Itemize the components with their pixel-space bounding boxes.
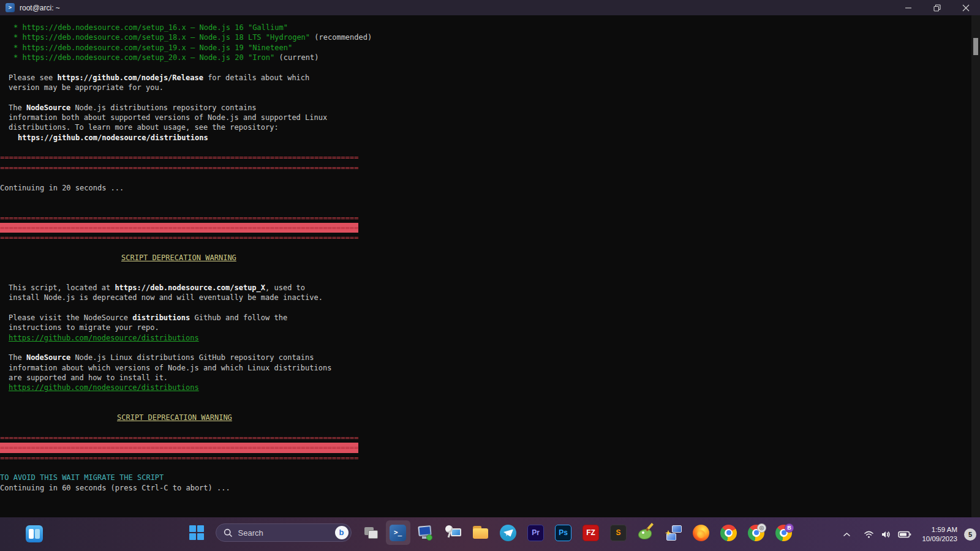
clock-date: 10/09/2023 xyxy=(922,534,957,544)
battery-icon[interactable] xyxy=(898,531,911,538)
terminal-window[interactable]: * https://deb.nodesource.com/setup_16.x … xyxy=(0,15,980,517)
terminal-line: install Node.js is deprecated now and wi… xyxy=(0,293,323,302)
wifi-icon[interactable] xyxy=(864,530,874,539)
desktop: > root@arci: ~ * https://deb.nodesource.… xyxy=(0,0,980,551)
powershell-icon: >_ xyxy=(390,525,406,541)
photoshop-button[interactable]: Ps xyxy=(551,520,576,545)
windows-start-icon xyxy=(189,525,204,540)
window-title: root@arci: ~ xyxy=(20,4,60,12)
search-input[interactable]: Search b xyxy=(216,523,352,542)
terminal-line xyxy=(0,243,1,253)
terminal-line: Continuing in 20 seconds ... xyxy=(0,183,124,193)
remote-desktop-icon xyxy=(665,525,682,541)
volume-icon[interactable] xyxy=(881,530,891,539)
file-explorer-button[interactable] xyxy=(469,520,493,545)
terminal-line: https://github.com/nodesource/distributi… xyxy=(0,133,208,143)
terminal-line xyxy=(0,193,1,203)
terminal-line xyxy=(0,173,1,182)
bing-icon[interactable]: b xyxy=(335,526,349,539)
terminal-line: information about which versions of Node… xyxy=(0,363,331,373)
remote-desktop-button[interactable] xyxy=(662,520,686,545)
terminal-line: ========================================… xyxy=(0,163,358,173)
close-button[interactable] xyxy=(951,0,980,15)
terminal-line: version may be appropriate for you. xyxy=(0,83,164,92)
powershell-window-icon: > xyxy=(6,3,15,12)
notepad-plus-plus-button[interactable] xyxy=(634,520,658,545)
terminal-line xyxy=(0,403,1,413)
search-placeholder: Search xyxy=(238,528,263,538)
terminal-line: are supported and how to install it. xyxy=(0,373,168,383)
terminal-line xyxy=(0,203,1,212)
terminal-link[interactable]: https://github.com/nodesource/distributi… xyxy=(9,334,199,342)
terminal-line xyxy=(0,463,1,473)
terminal-line: SCRIPT DEPRECATION WARNING xyxy=(0,253,236,263)
terminal-line xyxy=(0,92,1,102)
telegram-button[interactable] xyxy=(496,520,521,545)
premiere-icon: Pr xyxy=(527,525,544,541)
terminal-line: The NodeSource Node.js Linux distributio… xyxy=(0,353,314,362)
restore-button[interactable] xyxy=(922,0,951,15)
terminal-line: ========================================… xyxy=(0,433,358,443)
chrome-button[interactable] xyxy=(717,520,741,545)
terminal-line: * https://deb.nodesource.com/setup_20.x … xyxy=(0,53,319,62)
sublime-text-button[interactable]: S xyxy=(606,520,631,545)
tray-chevron-up-icon[interactable] xyxy=(843,532,851,537)
chrome-globe-profile-icon: ◎ xyxy=(748,525,764,541)
computer-button[interactable] xyxy=(413,520,438,545)
firefox-icon xyxy=(693,525,709,541)
terminal-line xyxy=(0,303,1,313)
terminal-line: Please visit the NodeSource distribution… xyxy=(0,313,287,323)
minimize-button[interactable] xyxy=(894,0,922,15)
telegram-icon xyxy=(500,525,516,541)
terminal-line: ========================================… xyxy=(0,233,358,242)
profile-badge: B xyxy=(785,523,794,533)
terminal-output: * https://deb.nodesource.com/setup_16.x … xyxy=(0,15,980,493)
terminal-line xyxy=(0,263,1,272)
restore-icon xyxy=(933,4,941,12)
close-icon xyxy=(962,4,970,12)
terminal-line: The NodeSource Node.js distributions rep… xyxy=(0,103,257,113)
taskbar-center: Search b >_PrPsFZS◎B xyxy=(0,520,980,545)
window-titlebar[interactable]: > root@arci: ~ xyxy=(0,0,980,15)
scrollbar-thumb[interactable] xyxy=(973,38,978,55)
computer-icon xyxy=(417,525,434,541)
terminal-line: ========================================… xyxy=(0,453,358,463)
clock-time: 1:59 AM xyxy=(922,525,957,534)
terminal-link[interactable]: https://github.com/nodesource/distributi… xyxy=(9,383,199,392)
system-tray: 1:59 AM 10/09/2023 5 xyxy=(843,517,976,551)
terminal-line: instructions to migrate your repo. xyxy=(0,323,159,332)
terminal-line: This script, located at https://deb.node… xyxy=(0,283,305,293)
photoshop-icon: Ps xyxy=(555,525,571,541)
filezilla-icon: FZ xyxy=(582,525,599,541)
terminal-line: TO AVOID THIS WAIT MIGRATE THE SCRIPT xyxy=(0,473,164,482)
chrome-b-profile-button[interactable]: B xyxy=(772,520,796,545)
remote-device-button[interactable] xyxy=(441,520,466,545)
remote-device-icon xyxy=(445,525,461,541)
terminal-line: * https://deb.nodesource.com/setup_19.x … xyxy=(0,43,292,53)
premiere-button[interactable]: Pr xyxy=(524,520,548,545)
terminal-line: https://github.com/nodesource/distributi… xyxy=(0,333,199,343)
terminal-line xyxy=(0,343,1,353)
terminal-line: Continuing in 60 seconds (press Ctrl-C t… xyxy=(0,483,230,493)
chrome-icon xyxy=(720,525,737,541)
terminal-separator-block: ========================================… xyxy=(0,223,358,233)
taskbar-clock[interactable]: 1:59 AM 10/09/2023 xyxy=(922,525,957,543)
sublime-text-icon: S xyxy=(610,525,627,541)
terminal-line: * https://deb.nodesource.com/setup_18.x … xyxy=(0,32,372,42)
file-explorer-icon xyxy=(472,526,489,539)
terminal-separator-block: ========================================… xyxy=(0,443,358,452)
terminal-line: ========================================… xyxy=(0,152,358,162)
minimize-icon xyxy=(905,4,912,12)
start-button[interactable] xyxy=(184,520,209,545)
terminal-line: Please see https://github.com/nodejs/Rel… xyxy=(0,73,309,83)
taskbar: Search b >_PrPsFZS◎B 1:59 AM 10/09/2023 xyxy=(0,517,980,551)
notification-count-badge[interactable]: 5 xyxy=(964,528,976,541)
scrollbar[interactable] xyxy=(971,15,980,517)
chrome-b-profile-icon: B xyxy=(775,525,792,541)
firefox-button[interactable] xyxy=(689,520,714,545)
window-stack-button[interactable] xyxy=(358,520,383,545)
filezilla-button[interactable]: FZ xyxy=(579,520,603,545)
window-stack-icon xyxy=(363,525,379,541)
powershell-button[interactable]: >_ xyxy=(386,520,410,545)
chrome-globe-profile-button[interactable]: ◎ xyxy=(744,520,769,545)
